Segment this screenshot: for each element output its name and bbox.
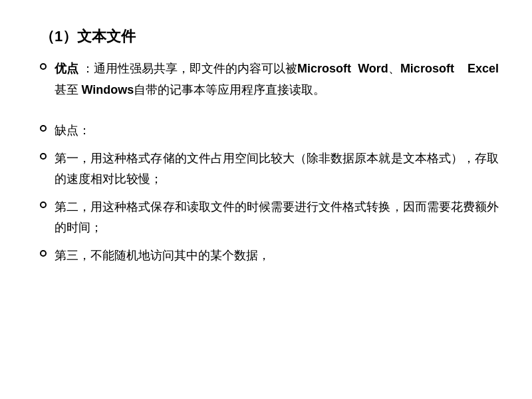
main-page: （1）文本文件 优点 ：通用性强易共享，即文件的内容可以被Microsoft W… <box>0 0 532 399</box>
bullet-circle-dis1 <box>40 153 47 160</box>
advantage-text: 优点 ：通用性强易共享，即文件的内容可以被Microsoft Word、Micr… <box>55 59 499 100</box>
advantage-label: 优点 <box>55 62 78 75</box>
bullet-circle-advantage <box>40 63 47 70</box>
bullet-circle-dis2 <box>40 201 47 208</box>
advantage-colon: ： <box>78 62 94 75</box>
advantage-item: 优点 ：通用性强易共享，即文件的内容可以被Microsoft Word、Micr… <box>40 59 499 100</box>
dis1-text: 第一，用这种格式存储的文件占用空间比较大（除非数据原本就是文本格式），存取的速度… <box>55 148 499 190</box>
disadvantage-header-text: 缺点： <box>55 120 499 142</box>
dis2-item: 第二，用这种格式保存和读取文件的时候需要进行文件格式转换，因而需要花费额外的时间… <box>40 197 499 239</box>
dis1-item: 第一，用这种格式存储的文件占用空间比较大（除非数据原本就是文本格式），存取的速度… <box>40 148 499 190</box>
dis2-text: 第二，用这种格式保存和读取文件的时候需要进行文件格式转换，因而需要花费额外的时间… <box>55 197 499 239</box>
section-title: （1）文本文件 <box>40 27 499 47</box>
bullet-circle-dis3 <box>40 250 47 257</box>
advantage-body: 通用性强易共享，即文件的内容可以被Microsoft Word、Microsof… <box>55 62 499 96</box>
dis3-item: 第三，不能随机地访问其中的某个数据， <box>40 245 499 267</box>
disadvantage-header-item: 缺点： <box>40 120 499 142</box>
bullet-circle-disadvantage <box>40 125 47 132</box>
dis3-text: 第三，不能随机地访问其中的某个数据， <box>55 245 499 267</box>
spacer-1 <box>40 107 499 120</box>
